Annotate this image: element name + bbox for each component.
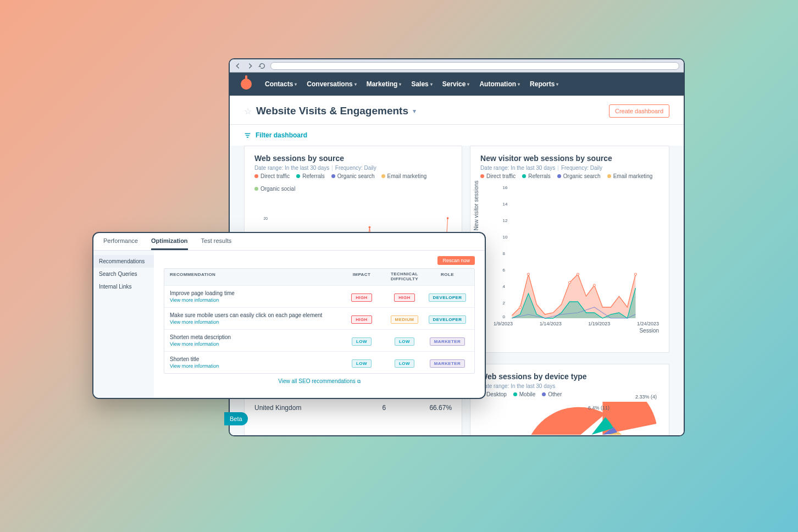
svg-point-3: [447, 217, 449, 219]
chart-legend: Desktop Mobile Other: [480, 391, 659, 397]
svg-text:12: 12: [503, 218, 508, 223]
card-subtitle: Date range: In the last 30 days: [480, 383, 659, 389]
impact-badge: HIGH: [351, 293, 372, 302]
chevron-down-icon[interactable]: ▾: [413, 107, 416, 115]
create-dashboard-button[interactable]: Create dashboard: [609, 104, 669, 118]
difficulty-badge: LOW: [395, 359, 414, 368]
pie-slice-label: 2.33% (4): [635, 394, 657, 400]
y-axis-label: New visitor sessions: [473, 181, 479, 231]
pie-svg: [480, 402, 659, 435]
card-subtitle: Date range: In the last 30 days|Frequenc…: [254, 165, 452, 171]
svg-point-2: [369, 226, 371, 229]
svg-text:8: 8: [503, 251, 506, 256]
view-all-link[interactable]: View all SEO recommendations⧉: [164, 374, 475, 389]
chevron-down-icon: ▾: [399, 82, 401, 87]
recommendations-table: RECOMMENDATION IMPACT TECHNICAL DIFFICUL…: [164, 268, 475, 374]
chevron-down-icon: ▾: [556, 82, 558, 87]
reload-icon[interactable]: [258, 62, 266, 70]
svg-point-15: [569, 281, 571, 284]
card-title: Web sessions by device type: [480, 372, 659, 381]
svg-text:14: 14: [503, 202, 508, 207]
chevron-down-icon: ▾: [354, 82, 357, 87]
beta-badge[interactable]: Beta: [224, 412, 248, 425]
x-axis-label: Session: [480, 328, 659, 334]
modal-main: Rescan now RECOMMENDATION IMPACT TECHNIC…: [154, 251, 485, 398]
svg-text:20: 20: [263, 217, 268, 220]
table-row: Make sure mobile users can easily click …: [164, 307, 474, 329]
back-icon[interactable]: [234, 62, 242, 70]
svg-point-18: [635, 273, 637, 275]
card-title: Web sessions by source: [254, 154, 452, 163]
table-row: Shorten meta description View more infor…: [164, 329, 474, 351]
external-link-icon: ⧉: [357, 379, 361, 384]
chart-legend: Direct traffic Referrals Organic search …: [254, 173, 452, 192]
role-badge: DEVELOPER: [429, 293, 467, 302]
nav-service[interactable]: Service▾: [442, 80, 470, 88]
svg-text:16: 16: [503, 185, 508, 190]
recommendation-title: Shorten title: [170, 356, 340, 362]
view-more-link[interactable]: View more information: [170, 341, 340, 347]
nav-automation[interactable]: Automation▾: [479, 80, 520, 88]
role-badge: MARKETER: [430, 337, 465, 346]
impact-badge: HIGH: [351, 315, 372, 324]
new-visitor-sessions-card: New visitor web sessions by source Date …: [470, 146, 669, 353]
difficulty-badge: MEDIUM: [391, 315, 419, 324]
table-row[interactable]: United Kingdom 6 66.67%: [254, 398, 452, 417]
nav-marketing[interactable]: Marketing▾: [367, 80, 402, 88]
recommendation-title: Shorten meta description: [170, 334, 340, 340]
nav-conversations[interactable]: Conversations▾: [307, 80, 356, 88]
svg-point-13: [519, 306, 522, 308]
chevron-down-icon: ▾: [518, 82, 520, 87]
chevron-down-icon: ▾: [295, 82, 297, 87]
svg-point-16: [577, 273, 579, 275]
table-row: Shorten title View more information LOW …: [164, 351, 474, 373]
card-subtitle: Date range: In the last 30 days|Frequenc…: [480, 165, 659, 171]
star-icon[interactable]: ☆: [244, 106, 252, 117]
tab-performance[interactable]: Performance: [103, 237, 138, 250]
sidebar-item-search-queries[interactable]: Search Queries: [93, 268, 154, 280]
view-more-link[interactable]: View more information: [170, 297, 340, 303]
pie-chart: 2.33% (4) 6.4% (11): [480, 402, 659, 435]
role-badge: DEVELOPER: [429, 315, 467, 324]
sidebar-item-internal-links[interactable]: Internal Links: [93, 280, 154, 293]
difficulty-badge: HIGH: [394, 293, 415, 302]
hubspot-logo-icon[interactable]: [241, 79, 252, 90]
impact-badge: LOW: [352, 337, 372, 346]
impact-badge: LOW: [352, 359, 372, 368]
modal-sidebar: Recommendations Search Queries Internal …: [93, 251, 154, 398]
svg-point-14: [528, 273, 530, 275]
svg-text:6: 6: [503, 268, 506, 273]
url-bar[interactable]: [270, 62, 679, 70]
card-title: New visitor web sessions by source: [480, 154, 659, 163]
chart-area: New visitor sessions 16 14 12 10 8 6 4 2…: [480, 184, 659, 321]
tab-test-results[interactable]: Test results: [201, 237, 232, 250]
view-more-link[interactable]: View more information: [170, 363, 340, 369]
device-type-card: Web sessions by device type Date range: …: [470, 364, 669, 436]
chart-legend: Direct traffic Referrals Organic search …: [480, 173, 659, 179]
rescan-button[interactable]: Rescan now: [437, 256, 475, 265]
tab-optimization[interactable]: Optimization: [151, 237, 188, 250]
filter-bar[interactable]: Filter dashboard: [230, 125, 684, 146]
recommendation-title: Make sure mobile users can easily click …: [170, 312, 340, 318]
svg-text:2: 2: [503, 301, 506, 306]
view-more-link[interactable]: View more information: [170, 319, 340, 325]
role-badge: MARKETER: [430, 359, 465, 368]
filter-icon: [244, 132, 251, 139]
nav-contacts[interactable]: Contacts▾: [265, 80, 297, 88]
pie-slice-label: 6.4% (11): [588, 405, 609, 411]
modal-body: Recommendations Search Queries Internal …: [93, 251, 485, 398]
svg-text:0: 0: [503, 314, 506, 319]
sidebar-item-recommendations[interactable]: Recommendations: [93, 255, 154, 268]
page-header: ☆ Website Visits & Engagements ▾ Create …: [230, 96, 684, 125]
x-axis-ticks: 1/9/2023 1/14/2023 1/19/2023 1/24/2023: [480, 321, 659, 326]
table-header: RECOMMENDATION IMPACT TECHNICAL DIFFICUL…: [164, 269, 474, 285]
nav-sales[interactable]: Sales▾: [411, 80, 432, 88]
chevron-down-icon: ▾: [467, 82, 469, 87]
page-title: Website Visits & Engagements: [256, 105, 408, 117]
difficulty-badge: LOW: [395, 337, 414, 346]
svg-point-17: [594, 284, 596, 286]
forward-icon[interactable]: [246, 62, 254, 70]
nav-reports[interactable]: Reports▾: [530, 80, 558, 88]
area-chart: 16 14 12 10 8 6 4 2 0: [480, 184, 659, 321]
modal-tabs: Performance Optimization Test results: [93, 233, 485, 251]
